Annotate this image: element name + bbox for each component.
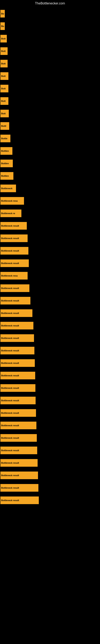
- bar-label: Bottleneck result: [1, 474, 19, 476]
- bar-label: Bottleneck result: [1, 499, 19, 502]
- bar-label: Bo: [1, 12, 4, 15]
- bar-label: Bott: [1, 100, 6, 102]
- bar-row: Bottleneck result: [0, 320, 100, 331]
- bar-row: Bott: [0, 58, 100, 69]
- bar-row: Bottleneck result: [0, 345, 100, 356]
- bar: Bottleneck result: [0, 446, 37, 454]
- bar: Bottleneck result: [0, 359, 35, 367]
- bar: Bottleneck result: [0, 297, 30, 304]
- bar-row: Bott: [0, 96, 100, 107]
- bar: Bottleneck result: [0, 309, 32, 317]
- bar: Bott: [0, 35, 7, 42]
- bar: Bottleneck result: [0, 322, 33, 330]
- bar: Bottleneck result: [0, 260, 29, 267]
- bar-label: Bottleneck resu: [1, 274, 18, 277]
- bar-label: Bottleneck result: [1, 337, 19, 339]
- bar: Bottleneck result: [0, 347, 34, 354]
- bar-row: Bottleneck result: [0, 358, 100, 369]
- site-title: TheBottlenecker.com: [0, 0, 100, 6]
- bar-label: Bottleneck result: [1, 287, 19, 290]
- bar-row: Bottleneck result: [0, 457, 100, 468]
- bars-container: BoBoBottBottBottBottBottBottBottBottlBot…: [0, 6, 100, 509]
- bar-label: Bottleneck result: [1, 374, 19, 377]
- bar-label: Bottleneck: [1, 187, 12, 190]
- bar: Bottleneck result: [0, 284, 29, 292]
- bar-label: Bottleneck result: [1, 399, 19, 402]
- bar-label: Bottlen: [1, 150, 9, 152]
- bar-label: Bottleneck result: [1, 262, 19, 264]
- bar: Bo: [0, 22, 5, 30]
- bar-row: Bottleneck result: [0, 220, 100, 232]
- bar: Bott: [0, 60, 8, 68]
- bar: Bottleneck result: [0, 422, 36, 429]
- bar-row: Bo: [0, 20, 100, 32]
- bar: Bottleneck result: [0, 247, 28, 254]
- bar: Bott: [0, 47, 8, 55]
- bar-label: Bottleneck result: [1, 224, 19, 227]
- bar: Bott: [0, 110, 9, 117]
- bar-row: Bottle: [0, 133, 100, 144]
- bar: Bottleneck result: [0, 222, 27, 230]
- bar-label: Bo: [1, 25, 4, 27]
- bar-label: Bottleneck result: [1, 424, 19, 427]
- bar-row: Bottleneck result: [0, 407, 100, 418]
- bar-label: Bottleneck re: [1, 212, 15, 214]
- bar-row: Bottleneck result: [0, 432, 100, 444]
- bar-row: Bott: [0, 108, 100, 119]
- bar-label: Bott: [1, 112, 6, 115]
- bar-row: Bottleneck result: [0, 233, 100, 244]
- bar-label: Bottleneck resu: [1, 200, 18, 202]
- bar-label: Bottleneck result: [1, 462, 19, 464]
- bar-label: Bott: [1, 62, 6, 65]
- bar-row: Bottleneck result: [0, 295, 100, 306]
- bar-row: Bott: [0, 33, 100, 44]
- bar-label: Bottlen: [1, 162, 9, 164]
- bar: Bottleneck resu: [0, 197, 24, 205]
- bar: Bottleneck re: [0, 210, 21, 217]
- bar-label: Bottleneck result: [1, 324, 19, 327]
- bar-row: Bottleneck result: [0, 282, 100, 294]
- bar-row: Bottleneck resu: [0, 195, 100, 206]
- bar: Bottleneck result: [0, 484, 38, 492]
- bar-label: Bottleneck result: [1, 300, 19, 302]
- bar-label: Bottleneck result: [1, 387, 19, 389]
- bar: Bottleneck result: [0, 384, 35, 392]
- bar-label: Bottlen: [1, 175, 9, 177]
- bar-label: Bott: [1, 38, 6, 40]
- bar-row: Bottleneck result: [0, 445, 100, 456]
- bar: Bott: [0, 85, 8, 92]
- bar-label: Bottleneck result: [1, 486, 19, 489]
- bar-row: Bottlen: [0, 145, 100, 156]
- bar-row: Bottleneck re: [0, 208, 100, 219]
- bar-label: Bott: [1, 75, 6, 77]
- bar-row: Bottleneck result: [0, 370, 100, 381]
- bar-row: Bott: [0, 46, 100, 57]
- bar: Bottleneck result: [0, 472, 38, 479]
- bar: Bottlen: [0, 147, 12, 155]
- bar-row: Bottleneck: [0, 183, 100, 194]
- bar: Bottleneck resu: [0, 272, 28, 280]
- bar-label: Bottleneck result: [1, 250, 19, 252]
- bar: Bott: [0, 72, 8, 80]
- bar: Bottleneck result: [0, 496, 39, 504]
- bar: Bottlen: [0, 172, 13, 180]
- bar-label: Bottleneck result: [1, 449, 19, 452]
- bar-label: Bottleneck result: [1, 412, 19, 414]
- bar-row: Bottleneck result: [0, 420, 100, 431]
- bar: Bottleneck result: [0, 234, 28, 242]
- bar-row: Bottleneck result: [0, 382, 100, 394]
- bar-label: Bottleneck result: [1, 362, 19, 364]
- bar: Bottleneck result: [0, 397, 36, 404]
- bar: Bo: [0, 10, 5, 18]
- bar: Bottleneck: [0, 184, 16, 192]
- bar-label: Bottle: [1, 137, 7, 140]
- bar-row: Bott: [0, 70, 100, 82]
- bar: Bottleneck result: [0, 434, 37, 442]
- bar: Bottle: [0, 135, 10, 142]
- bar-label: Bott: [1, 50, 6, 52]
- bar-row: Bo: [0, 8, 100, 19]
- bar-row: Bottleneck result: [0, 332, 100, 344]
- bar-row: Bottleneck result: [0, 470, 100, 481]
- bar: Bottleneck result: [0, 459, 38, 467]
- bar: Bottlen: [0, 160, 13, 167]
